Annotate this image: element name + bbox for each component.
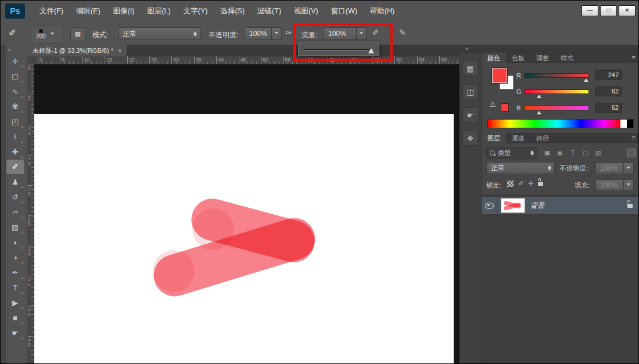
gamut-warning-icon[interactable]: ⚠ — [490, 100, 496, 109]
menubar-item[interactable]: 文字(Y) — [177, 1, 214, 21]
toolbox-collapse-icon[interactable]: » — [8, 46, 27, 53]
flow-dropdown-button[interactable] — [356, 28, 366, 39]
green-slider[interactable] — [524, 89, 589, 94]
menubar-item[interactable]: 文件(F) — [33, 1, 70, 21]
tab-close-icon[interactable]: × — [118, 47, 121, 54]
tab-layers[interactable]: 图层 — [482, 133, 506, 143]
flow-slider-track[interactable] — [303, 49, 371, 50]
foreground-color-swatch[interactable] — [492, 68, 507, 83]
blend-mode-dropdown[interactable]: 正常 — [118, 27, 200, 40]
white-swatch[interactable] — [620, 120, 627, 128]
menubar-item[interactable]: 图像(I) — [107, 1, 141, 21]
green-value-field[interactable]: 62 — [595, 87, 622, 96]
blue-slider-label: B — [516, 104, 524, 111]
opacity-dropdown-button[interactable] — [271, 28, 281, 39]
clone-source-panel-icon[interactable]: ◫ — [462, 84, 479, 99]
path-selection-tool[interactable]: ▶ — [6, 295, 24, 310]
layer-filter-toggle[interactable] — [627, 149, 636, 157]
tab-paths[interactable]: 路径 — [530, 133, 555, 143]
clone-stamp-tool[interactable]: ♟ — [6, 175, 24, 189]
brush-preset-picker[interactable]: 200 — [31, 25, 63, 44]
quick-selection-tool[interactable]: ✾ — [6, 99, 24, 114]
pressure-size-icon[interactable]: ✎ — [399, 28, 406, 37]
layer-visibility-toggle[interactable] — [482, 197, 497, 214]
document-tab[interactable]: 未标题-1 @ 33.3%(RGB/8) * × — [27, 45, 127, 56]
brush-panel-icon[interactable]: ▦ — [462, 61, 479, 76]
layer-blend-mode-dropdown[interactable]: 正常 — [486, 162, 555, 174]
layer-thumbnail[interactable] — [501, 198, 525, 213]
gradient-tool[interactable]: ▨ — [6, 220, 24, 235]
hand-tool[interactable]: ☛ — [6, 326, 24, 340]
flow-slider-thumb[interactable] — [368, 45, 374, 53]
styles-panel-icon[interactable]: ❖ — [462, 131, 479, 146]
crop-tool[interactable]: ◰ — [6, 114, 24, 129]
filter-smart-object-icon[interactable]: ▤ — [593, 147, 604, 158]
layers-panel-body: 类型 ▣ ◉ T ▢ ▤ 正常 不透明度: 100% 锁定: — [482, 143, 639, 364]
toggle-brush-panel-button[interactable]: ▦ — [70, 27, 85, 41]
brush-tool[interactable]: ✐ — [6, 160, 24, 174]
history-brush-tool[interactable]: ↺ — [6, 190, 24, 204]
dodge-tool[interactable]: ◑ — [6, 250, 24, 265]
lock-transparent-pixels-icon[interactable] — [507, 181, 514, 187]
flow-dropdown[interactable]: 100% — [324, 27, 367, 40]
lock-position-icon[interactable]: ✛ — [528, 180, 533, 188]
menubar-item[interactable]: 滤镜(T) — [251, 1, 288, 21]
color-spectrum-ramp[interactable] — [487, 119, 634, 128]
tool-presets-panel-icon[interactable]: ☛ — [462, 107, 479, 122]
layer-opacity-dropdown[interactable]: 100% — [595, 163, 634, 174]
slider-thumb-icon[interactable] — [537, 109, 541, 114]
eyedropper-tool[interactable]: ℓ — [6, 129, 24, 144]
layer-row-background[interactable]: 背景 — [482, 197, 639, 214]
move-tool[interactable]: ✛ — [6, 54, 24, 69]
lock-image-pixels-icon[interactable]: ✐ — [518, 180, 523, 188]
filter-pixel-layers-icon[interactable]: ▣ — [542, 147, 552, 158]
filter-type-layers-icon[interactable]: T — [568, 147, 578, 158]
tab-channels[interactable]: 通道 — [506, 133, 530, 143]
menubar-item[interactable]: 窗口(W) — [325, 1, 364, 21]
layer-opacity-dropdown-button[interactable] — [623, 163, 633, 174]
eraser-tool[interactable]: ▱ — [6, 205, 24, 219]
canvas[interactable] — [34, 114, 454, 364]
menubar-item[interactable]: 帮助(H) — [364, 1, 401, 21]
menubar-item[interactable]: 图层(L) — [141, 1, 177, 21]
slider-thumb-icon[interactable] — [537, 92, 541, 98]
color-panel-menu-icon[interactable]: ≡ — [632, 54, 636, 61]
layer-fill-dropdown-button[interactable] — [623, 180, 633, 190]
slider-thumb-icon[interactable] — [584, 76, 588, 82]
spot-healing-brush-tool[interactable]: ✚ — [6, 145, 24, 159]
lasso-tool[interactable]: ∿ — [6, 84, 24, 99]
close-button[interactable]: ✕ — [619, 5, 636, 16]
horizontal-type-tool[interactable]: T — [6, 280, 24, 295]
maximize-button[interactable]: □ — [600, 5, 617, 16]
layer-fill-dropdown[interactable]: 100% — [595, 179, 634, 191]
blur-tool[interactable]: ◖ — [6, 235, 24, 250]
filter-shape-layers-icon[interactable]: ▢ — [580, 147, 591, 158]
lock-all-icon[interactable] — [538, 182, 543, 186]
opacity-dropdown[interactable]: 100% — [245, 27, 282, 40]
layer-filter-dropdown[interactable]: 类型 — [486, 147, 537, 158]
tab-color[interactable]: 颜色 — [482, 53, 506, 63]
red-slider[interactable] — [524, 73, 589, 78]
rectangle-tool[interactable]: ■ — [6, 311, 24, 325]
opacity-value: 100% — [245, 30, 267, 38]
blue-value-field[interactable]: 62 — [595, 103, 622, 113]
airbrush-icon[interactable]: ✐ — [372, 28, 379, 37]
layers-panel-menu-icon[interactable]: ≡ — [632, 134, 636, 141]
red-value-field[interactable]: 247 — [595, 70, 622, 80]
gamut-color-swatch[interactable] — [501, 103, 509, 111]
menubar-item[interactable]: 选择(S) — [214, 1, 251, 21]
pen-tool[interactable]: ✒ — [6, 265, 24, 280]
blue-slider[interactable] — [524, 106, 589, 110]
menubar-item[interactable]: 视图(V) — [288, 1, 325, 21]
tab-styles[interactable]: 样式 — [555, 53, 579, 63]
tab-adjustments[interactable]: 调整 — [530, 53, 555, 63]
menu-bar: Ps 文件(F)编辑(E)图像(I)图层(L)文字(Y)选择(S)滤镜(T)视图… — [1, 1, 638, 21]
pressure-opacity-icon[interactable]: ✑ — [285, 28, 292, 37]
black-swatch[interactable] — [627, 120, 633, 128]
tab-swatches[interactable]: 色板 — [506, 53, 530, 63]
menubar-item[interactable]: 编辑(E) — [70, 1, 107, 21]
minimize-button[interactable]: — — [581, 5, 598, 16]
filter-adjustment-layers-icon[interactable]: ◉ — [555, 147, 565, 158]
dock-expand-icon[interactable]: « — [465, 45, 469, 52]
rectangular-marquee-tool[interactable]: ▢ — [6, 69, 24, 84]
